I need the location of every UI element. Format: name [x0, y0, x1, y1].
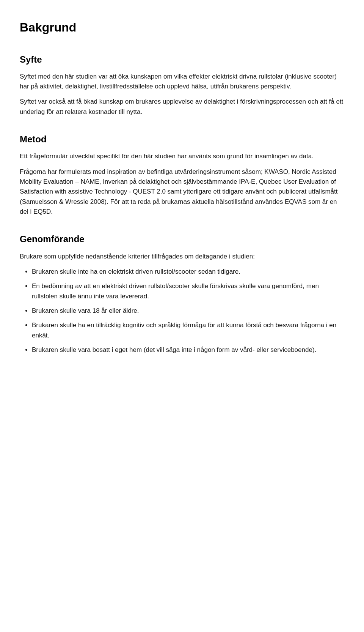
list-item: Brukaren skulle ha en tillräcklig kognit…	[32, 320, 344, 340]
list-item: Brukaren skulle inte ha en elektriskt dr…	[32, 267, 344, 277]
metod-paragraph-2: Frågorna har formulerats med inspiration…	[20, 167, 344, 217]
syfte-paragraph-2: Syftet var också att få ökad kunskap om …	[20, 97, 344, 117]
section-heading-metod: Metod	[20, 132, 344, 146]
section-syfte: Syfte Syftet med den här studien var att…	[20, 52, 344, 117]
metod-paragraph-1: Ett frågeformulär utvecklat specifikt fö…	[20, 151, 344, 161]
list-item: Brukaren skulle vara 18 år eller äldre.	[32, 306, 344, 316]
list-item: En bedömning av att en elektriskt driven…	[32, 281, 344, 301]
section-heading-genomforande: Genomförande	[20, 232, 344, 246]
genomforande-bullet-list: Brukaren skulle inte ha en elektriskt dr…	[32, 267, 344, 355]
section-heading-syfte: Syfte	[20, 52, 344, 66]
page-title: Bakgrund	[20, 18, 344, 37]
syfte-paragraph-1: Syftet med den här studien var att öka k…	[20, 72, 344, 92]
section-genomforande: Genomförande Brukare som uppfyllde nedan…	[20, 232, 344, 355]
genomforande-intro: Brukare som uppfyllde nedanstående krite…	[20, 252, 344, 262]
list-item: Brukaren skulle vara bosatt i eget hem (…	[32, 345, 344, 355]
section-metod: Metod Ett frågeformulär utvecklat specif…	[20, 132, 344, 217]
